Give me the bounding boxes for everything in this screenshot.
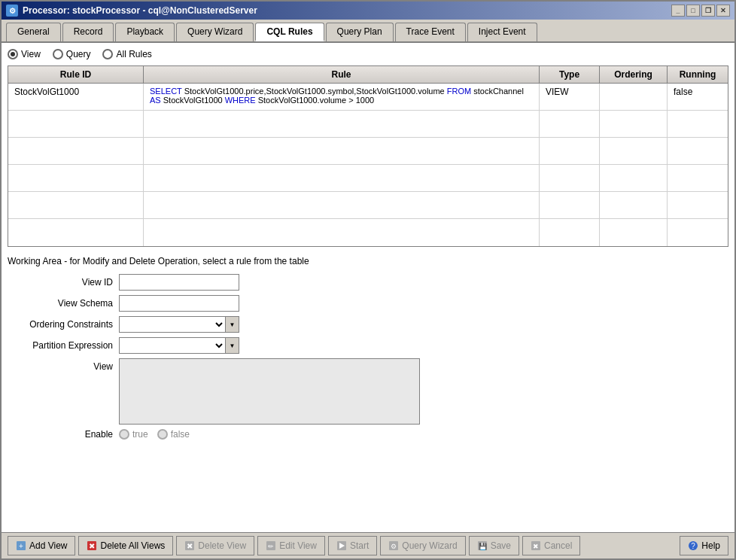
radio-all-rules[interactable]: All Rules: [102, 49, 151, 59]
delete-view-label: Delete View: [198, 540, 246, 551]
help-button[interactable]: ? Help: [680, 536, 728, 555]
tab-query-plan[interactable]: Query Plan: [326, 23, 394, 41]
tab-playback[interactable]: Playback: [115, 23, 175, 41]
enable-true-option[interactable]: true: [119, 429, 148, 440]
cell-type-4: [540, 192, 600, 218]
cell-rule-id-3: [8, 165, 144, 191]
svg-text:✏: ✏: [268, 543, 274, 550]
content-area: View Query All Rules Rule ID Rule Type O…: [2, 43, 734, 532]
partition-expression-arrow[interactable]: ▼: [225, 338, 239, 353]
ordering-constraints-select[interactable]: [120, 317, 225, 332]
tab-cql-rules[interactable]: CQL Rules: [255, 23, 324, 41]
table-row[interactable]: [8, 111, 728, 138]
ordering-constraints-arrow[interactable]: ▼: [225, 317, 239, 332]
sql-select: SELECT: [150, 87, 182, 96]
cell-ordering-2: [600, 138, 668, 164]
table-row[interactable]: [8, 138, 728, 165]
sql-text-2: stockChannel: [473, 87, 524, 96]
cell-type-3: [540, 165, 600, 191]
sql-as: AS: [150, 96, 161, 105]
table-row[interactable]: [8, 165, 728, 192]
view-id-input[interactable]: [119, 274, 239, 291]
sql-text-3: StockVolGt1000: [163, 96, 225, 105]
table-row[interactable]: [8, 219, 728, 246]
table-row[interactable]: [8, 192, 728, 219]
cell-rule-id-0: StockVolGt1000: [8, 84, 144, 110]
svg-text:✖: ✖: [533, 543, 539, 550]
enable-false-option[interactable]: false: [157, 429, 190, 440]
add-view-button[interactable]: + Add View: [8, 536, 75, 555]
cancel-label: Cancel: [544, 540, 572, 551]
tab-inject-event[interactable]: Inject Event: [467, 23, 537, 41]
sql-text-4: StockVolGt1000.volume > 1000: [258, 96, 374, 105]
cell-running-3: [668, 165, 728, 191]
delete-view-button[interactable]: ✖ Delete View: [176, 536, 254, 555]
restore-button[interactable]: □: [686, 5, 700, 17]
start-label: Start: [350, 540, 369, 551]
view-textarea[interactable]: [119, 358, 420, 425]
svg-text:⚙: ⚙: [391, 543, 397, 550]
tab-trace-event[interactable]: Trace Event: [395, 23, 466, 41]
enable-false-radio: [157, 429, 168, 440]
save-label: Save: [491, 540, 511, 551]
table-row[interactable]: StockVolGt1000 SELECT StockVolGt1000.pri…: [8, 84, 728, 111]
svg-text:?: ?: [692, 542, 696, 550]
sql-where: WHERE: [225, 96, 256, 105]
svg-text:✖: ✖: [187, 542, 193, 550]
close-button[interactable]: ✕: [716, 5, 730, 17]
add-view-label: Add View: [29, 540, 67, 551]
tab-record[interactable]: Record: [62, 23, 114, 41]
edit-view-button[interactable]: ✏ Edit View: [257, 536, 325, 555]
partition-expression-label: Partition Expression: [8, 340, 113, 351]
cancel-icon: ✖: [531, 540, 541, 551]
radio-query-label: Query: [66, 49, 91, 59]
partition-expression-select-wrapper[interactable]: ▼: [119, 337, 239, 354]
enable-row: Enable true false: [8, 429, 728, 440]
col-header-rule: Rule: [144, 66, 540, 83]
tab-query-wizard[interactable]: Query Wizard: [176, 23, 254, 41]
cancel-button[interactable]: ✖ Cancel: [522, 536, 580, 555]
sql-text-1: StockVolGt1000.price,StockVolGt1000.symb…: [184, 87, 447, 96]
maximize-button[interactable]: ❐: [701, 5, 715, 17]
radio-view-circle: [8, 49, 18, 59]
cell-type-2: [540, 138, 600, 164]
col-header-rule-id: Rule ID: [8, 66, 144, 83]
cell-rule-3: [144, 165, 540, 191]
delete-all-views-label: Delete All Views: [100, 540, 165, 551]
cell-ordering-3: [600, 165, 668, 191]
start-button[interactable]: Start: [328, 536, 377, 555]
enable-false-label: false: [171, 429, 190, 440]
cell-rule-id-1: [8, 111, 144, 137]
view-label: View: [8, 361, 113, 372]
cell-ordering-1: [600, 111, 668, 137]
ordering-constraints-label: Ordering Constraints: [8, 319, 113, 330]
radio-query-circle: [53, 49, 63, 59]
view-schema-input[interactable]: [119, 295, 239, 312]
cell-running-2: [668, 138, 728, 164]
col-header-ordering: Ordering: [600, 66, 668, 83]
query-wizard-button[interactable]: ⚙ Query Wizard: [380, 536, 465, 555]
cell-rule-1: [144, 111, 540, 137]
radio-query[interactable]: Query: [53, 49, 91, 59]
cell-rule-id-4: [8, 192, 144, 218]
cell-type-5: [540, 219, 600, 246]
add-view-icon: +: [16, 540, 26, 551]
cell-ordering-5: [600, 219, 668, 246]
minimize-button[interactable]: _: [671, 5, 685, 17]
ordering-constraints-select-wrapper[interactable]: ▼: [119, 316, 239, 333]
delete-all-views-button[interactable]: ✖ Delete All Views: [78, 536, 173, 555]
view-schema-label: View Schema: [8, 298, 113, 309]
col-header-running: Running: [668, 66, 728, 83]
col-header-type: Type: [540, 66, 600, 83]
tab-general[interactable]: General: [6, 23, 61, 41]
radio-view[interactable]: View: [8, 49, 41, 59]
query-wizard-label: Query Wizard: [402, 540, 457, 551]
bottom-bar: + Add View ✖ Delete All Views ✖ Delete V…: [2, 532, 734, 558]
ordering-constraints-row: Ordering Constraints ▼: [8, 316, 728, 333]
radio-row: View Query All Rules: [8, 49, 728, 59]
table-header: Rule ID Rule Type Ordering Running: [8, 66, 728, 84]
working-area-label: Working Area - for Modify and Delete Ope…: [8, 253, 728, 266]
save-button[interactable]: 💾 Save: [469, 536, 519, 555]
partition-expression-select[interactable]: [120, 338, 225, 353]
cell-ordering-4: [600, 192, 668, 218]
